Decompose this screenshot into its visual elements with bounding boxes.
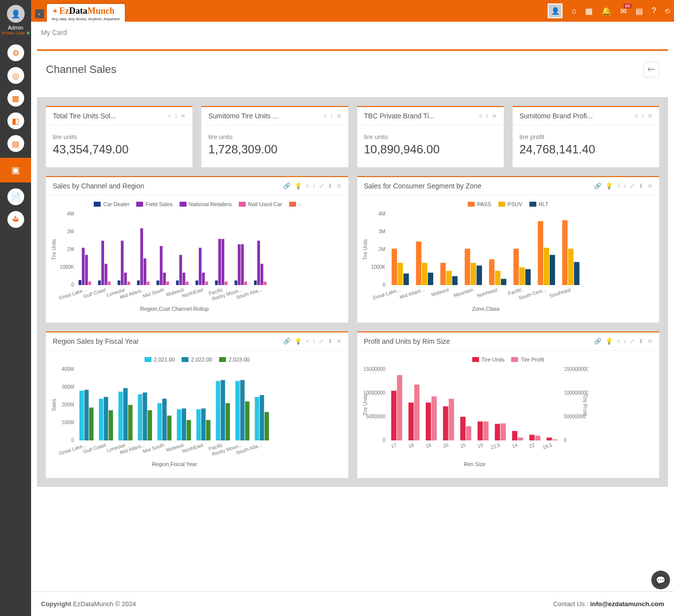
svg-rect-57 xyxy=(244,282,247,285)
svg-rect-182 xyxy=(500,423,506,440)
avatar[interactable]: 👤 xyxy=(7,5,25,23)
nav-icons: ⚙ ◎ ▦ ◧ ▤ ▣ 📄 ⛴ xyxy=(0,44,31,228)
kpi-card-1: Sumitomo Tire Units ... <i✕ tire units 1… xyxy=(201,106,348,167)
svg-rect-133 xyxy=(182,408,186,440)
svg-text:Region,Cust Channel Rollup: Region,Cust Channel Rollup xyxy=(140,306,209,312)
kpi-value: 10,890,946.00 xyxy=(364,143,497,156)
info-icon[interactable]: i xyxy=(487,112,488,119)
svg-rect-124 xyxy=(138,394,142,440)
svg-rect-63 xyxy=(264,282,267,285)
svg-text:Gulf Coast: Gulf Coast xyxy=(83,442,107,454)
svg-rect-117 xyxy=(104,397,108,440)
share-icon[interactable]: < xyxy=(324,112,327,119)
svg-text:Sales: Sales xyxy=(51,399,57,411)
bulb-icon[interactable]: 💡 xyxy=(295,182,302,189)
svg-rect-136 xyxy=(196,409,201,440)
nav-icon-active[interactable]: ▣ xyxy=(0,158,31,182)
bell-icon[interactable]: 🔔 xyxy=(601,6,611,16)
chart-card-channel-region: Sales by Channel and Region 🔗💡<i⤢⬇✕ Car … xyxy=(46,176,348,323)
close-icon[interactable]: ✕ xyxy=(492,112,497,119)
share-icon[interactable]: < xyxy=(306,182,309,189)
share-icon[interactable]: < xyxy=(168,112,172,119)
user-name: Admin xyxy=(8,25,23,31)
svg-rect-146 xyxy=(245,401,250,440)
nav-icon-5[interactable]: ▤ xyxy=(7,135,24,152)
link-icon[interactable]: 🔗 xyxy=(283,182,291,189)
close-icon[interactable]: ✕ xyxy=(181,112,186,119)
nav-icon-7[interactable]: 📄 xyxy=(7,188,24,205)
nav-icon-8[interactable]: ⛴ xyxy=(7,211,24,228)
svg-rect-178 xyxy=(477,422,483,440)
svg-rect-137 xyxy=(201,408,206,440)
svg-rect-36 xyxy=(176,281,179,285)
svg-rect-149 xyxy=(260,395,264,440)
svg-rect-128 xyxy=(157,403,162,440)
logout-icon[interactable]: ⎋ xyxy=(665,6,670,15)
download-icon[interactable]: ⬇ xyxy=(328,182,333,189)
svg-text:2M: 2M xyxy=(67,247,74,252)
svg-rect-60 xyxy=(254,281,257,285)
info-icon[interactable]: i xyxy=(331,112,333,119)
svg-rect-55 xyxy=(238,244,241,285)
nav-icon-4[interactable]: ◧ xyxy=(7,112,24,129)
svg-text:Tire Units: Tire Units xyxy=(363,239,368,260)
svg-rect-8 xyxy=(85,255,88,285)
svg-rect-13 xyxy=(101,241,104,285)
svg-text:22.5: 22.5 xyxy=(490,442,501,450)
content: Channel Sales 🡐 Total Tire Units Sol... … xyxy=(31,43,674,591)
back-button[interactable]: 🡐 xyxy=(643,62,659,77)
top-avatar[interactable]: 👤 xyxy=(548,3,562,18)
kpi-card-3: Sumitomo Brand Profi... <i✕ tire profit … xyxy=(513,106,659,167)
svg-rect-129 xyxy=(162,399,167,440)
svg-rect-82 xyxy=(446,271,451,285)
tab-collapse-button[interactable]: ‹ xyxy=(35,9,44,18)
kpi-row: Total Tire Units Sol... <i✕ tire units 4… xyxy=(46,106,659,167)
home-icon[interactable]: ⌂ xyxy=(571,6,576,15)
breadcrumb: My Card xyxy=(31,22,674,43)
kpi-card-2: TBC Private Brand Ti... <i✕ tire units 1… xyxy=(357,106,504,167)
card-tools: 🔗💡<i⤢⬇✕ xyxy=(283,182,341,189)
nav-icon-1[interactable]: ⚙ xyxy=(7,44,24,61)
help-icon[interactable]: ? xyxy=(652,6,656,15)
svg-rect-163 xyxy=(391,391,396,440)
user-role: Power User xyxy=(1,31,29,36)
svg-rect-21 xyxy=(127,282,130,285)
svg-text:17: 17 xyxy=(390,442,397,449)
svg-rect-50 xyxy=(222,239,225,285)
svg-text:Region,Fiscal Year: Region,Fiscal Year xyxy=(152,461,197,467)
nav-icon-2[interactable]: ◎ xyxy=(7,67,24,84)
svg-text:Mid South: Mid South xyxy=(142,287,165,298)
grid-icon[interactable]: ▦ xyxy=(585,6,593,16)
share-icon[interactable]: < xyxy=(635,112,638,119)
svg-text:Mountain: Mountain xyxy=(452,287,474,298)
close-icon[interactable]: ✕ xyxy=(647,112,652,119)
svg-rect-90 xyxy=(495,271,500,285)
svg-rect-77 xyxy=(416,242,421,285)
svg-rect-113 xyxy=(84,390,89,440)
svg-text:20: 20 xyxy=(442,442,449,449)
info-icon[interactable]: i xyxy=(176,112,177,119)
logo-tab[interactable]: ✴ EzDataMunch Any data, Any device, Anyt… xyxy=(47,4,125,23)
svg-rect-98 xyxy=(543,248,549,285)
svg-rect-112 xyxy=(79,391,84,440)
svg-rect-164 xyxy=(397,375,402,440)
expand-icon[interactable]: ⤢ xyxy=(319,182,324,189)
svg-rect-116 xyxy=(99,399,103,440)
share-icon[interactable]: < xyxy=(479,112,483,119)
chat-fab[interactable]: 💬 xyxy=(651,571,670,589)
list-icon[interactable]: ▤ xyxy=(636,6,643,16)
svg-rect-32 xyxy=(163,273,166,285)
messages-icon[interactable]: ✉66 xyxy=(620,6,627,16)
svg-text:NorthEast: NorthEast xyxy=(182,442,204,454)
info-icon[interactable]: i xyxy=(313,182,315,189)
close-icon[interactable]: ✕ xyxy=(337,182,341,189)
svg-rect-86 xyxy=(470,263,476,285)
svg-text:Midwest: Midwest xyxy=(430,287,449,297)
nav-icon-3[interactable]: ▦ xyxy=(7,90,24,107)
svg-rect-39 xyxy=(186,282,189,285)
svg-rect-30 xyxy=(156,281,159,285)
svg-rect-85 xyxy=(464,249,470,285)
close-icon[interactable]: ✕ xyxy=(337,112,341,119)
info-icon[interactable]: i xyxy=(642,112,643,119)
svg-text:4M: 4M xyxy=(67,211,74,217)
